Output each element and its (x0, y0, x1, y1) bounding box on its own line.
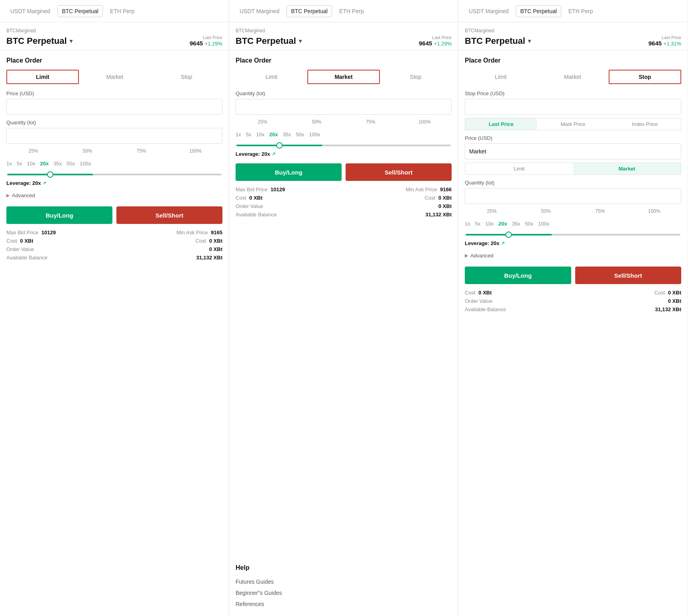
quantity-label-3: Quantity (lot) (465, 180, 681, 186)
lev-20x-3[interactable]: 20x (498, 221, 507, 227)
stop-price-label: Stop Price (USD) (465, 90, 681, 96)
sell-button-3[interactable]: Sell/Short (575, 267, 682, 284)
buy-button-1[interactable]: Buy/Long (6, 206, 112, 224)
leverage-row-2: 1x 5x 10x 20x 35x 50x 100x (236, 131, 452, 137)
tab-limit-3[interactable]: Limit (465, 70, 537, 84)
top-nav-stop: USDT Margined BTC Perpetual ETH Perp (458, 0, 688, 22)
tab-market-3[interactable]: Market (537, 70, 608, 84)
info-rows-1: Max Bid Price 10129 Min Ask Price 9165 C… (6, 230, 222, 268)
nav-btc-perpetual-3[interactable]: BTC Perpetual (516, 5, 561, 17)
leverage-slider-2[interactable] (236, 145, 451, 146)
nav-btc-perpetual-2[interactable]: BTC Perpetual (287, 5, 332, 17)
quantity-input-2[interactable] (236, 99, 452, 115)
dropdown-arrow-3: ▼ (527, 38, 533, 44)
lev-35x-2[interactable]: 35x (283, 131, 291, 137)
sub-tabs: Limit Market (465, 163, 681, 175)
lev-5x-2[interactable]: 5x (246, 131, 252, 137)
lev-10x-2[interactable]: 10x (256, 131, 264, 137)
price-input-3[interactable] (465, 143, 681, 159)
lev-1x-2[interactable]: 1x (236, 131, 241, 137)
advanced-toggle-3[interactable]: ▶ Advanced (465, 251, 681, 260)
tab-market-2[interactable]: Market (307, 70, 380, 84)
header-stop: BTCMargined BTC Perpetual ▼ Last Price 9… (458, 22, 688, 51)
buy-button-3[interactable]: Buy/Long (465, 267, 571, 284)
nav-btc-perpetual-1[interactable]: BTC Perpetual (57, 5, 103, 17)
pct-50-3[interactable]: 50% (519, 207, 573, 215)
lev-50x-2[interactable]: 50x (296, 131, 304, 137)
lev-50x-3[interactable]: 50x (525, 221, 533, 227)
pct-75-3[interactable]: 75% (573, 207, 627, 215)
pct-75-1[interactable]: 75% (114, 147, 169, 155)
price-input-1[interactable] (6, 99, 222, 115)
lev-35x-3[interactable]: 35x (512, 221, 520, 227)
leverage-slider-1[interactable] (7, 174, 222, 175)
leverage-ext-link-1[interactable]: ↗ (43, 180, 46, 186)
pct-100-2[interactable]: 100% (398, 118, 452, 126)
available-balance-row-3: Available Balance 31,132 XBt (465, 306, 681, 312)
slider-container-1 (6, 170, 222, 177)
lev-100x-2[interactable]: 100x (309, 131, 320, 137)
pct-25-1[interactable]: 25% (6, 147, 61, 155)
sub-tab-market[interactable]: Market (573, 163, 681, 175)
dropdown-arrow-1: ▼ (69, 38, 74, 44)
quantity-input-1[interactable] (6, 128, 222, 144)
price-info-1: Last Price 9645 +1.29% (190, 35, 222, 47)
instrument-name-3[interactable]: BTC Perpetual ▼ (465, 36, 532, 46)
pct-100-1[interactable]: 100% (169, 147, 223, 155)
tab-limit-1[interactable]: Limit (6, 70, 79, 84)
action-buttons-3: Buy/Long Sell/Short (465, 267, 681, 284)
instrument-name-2[interactable]: BTC Perpetual ▼ (236, 36, 303, 46)
leverage-ext-link-2[interactable]: ↗ (272, 151, 275, 157)
action-buttons-2: Buy/Long Sell/Short (236, 163, 452, 181)
lev-1x-3[interactable]: 1x (465, 221, 470, 227)
advanced-toggle-1[interactable]: ▶ Advanced (6, 191, 222, 200)
tab-limit-2[interactable]: Limit (236, 70, 307, 84)
pct-50-2[interactable]: 50% (290, 118, 344, 126)
sell-button-2[interactable]: Sell/Short (346, 163, 452, 181)
leverage-ext-link-3[interactable]: ↗ (501, 241, 505, 246)
info-rows-2: Max Bid Price 10129 Min Ask Price 9166 C… (236, 186, 452, 225)
tab-stop-2[interactable]: Stop (380, 70, 452, 84)
nav-eth-perp-3[interactable]: ETH Perp (564, 6, 597, 17)
tab-stop-1[interactable]: Stop (151, 70, 222, 84)
price-type-mark[interactable]: Mark Price (537, 118, 609, 130)
lev-5x-3[interactable]: 5x (475, 221, 481, 227)
help-references[interactable]: References (236, 598, 452, 610)
pct-25-2[interactable]: 25% (236, 118, 290, 126)
nav-eth-perp-1[interactable]: ETH Perp (106, 6, 138, 17)
price-type-last[interactable]: Last Price (465, 118, 537, 130)
lev-100x-1[interactable]: 100x (80, 161, 91, 167)
instrument-name-1[interactable]: BTC Perpetual ▼ (6, 36, 74, 46)
nav-usdt-margined-2[interactable]: USDT Margined (236, 6, 283, 17)
buy-button-2[interactable]: Buy/Long (236, 163, 342, 181)
lev-100x-3[interactable]: 100x (538, 221, 549, 227)
lev-35x-1[interactable]: 35x (53, 161, 62, 167)
sell-button-1[interactable]: Sell/Short (116, 206, 222, 224)
lev-5x-1[interactable]: 5x (17, 161, 22, 167)
sub-tab-limit[interactable]: Limit (465, 163, 573, 175)
nav-usdt-margined-1[interactable]: USDT Margined (6, 6, 54, 17)
pct-100-3[interactable]: 100% (627, 207, 681, 215)
nav-usdt-margined-3[interactable]: USDT Margined (465, 6, 513, 17)
tab-market-1[interactable]: Market (79, 70, 151, 84)
lev-20x-2[interactable]: 20x (269, 131, 278, 137)
pct-50-1[interactable]: 50% (61, 147, 115, 155)
lev-10x-1[interactable]: 10x (27, 161, 35, 167)
lev-50x-1[interactable]: 50x (67, 161, 75, 167)
leverage-slider-3[interactable] (466, 234, 680, 235)
help-beginners-guides[interactable]: Beginner"s Guides (236, 587, 452, 598)
nav-eth-perp-2[interactable]: ETH Perp (335, 6, 368, 17)
slider-container-2 (236, 141, 452, 148)
lev-20x-1[interactable]: 20x (40, 161, 49, 167)
stop-price-input[interactable] (465, 99, 681, 115)
help-futures-guides[interactable]: Futures Guides (236, 576, 452, 587)
lev-10x-3[interactable]: 10x (485, 221, 493, 227)
pct-25-3[interactable]: 25% (465, 207, 519, 215)
lev-1x-1[interactable]: 1x (6, 161, 12, 167)
price-type-index[interactable]: Index Price (609, 118, 681, 130)
tab-stop-3[interactable]: Stop (609, 70, 681, 84)
panel-market: USDT Margined BTC Perpetual ETH Perp BTC… (229, 0, 458, 616)
instrument-type-3: BTCMargined (465, 28, 681, 33)
quantity-input-3[interactable] (465, 188, 681, 204)
pct-75-2[interactable]: 75% (344, 118, 398, 126)
